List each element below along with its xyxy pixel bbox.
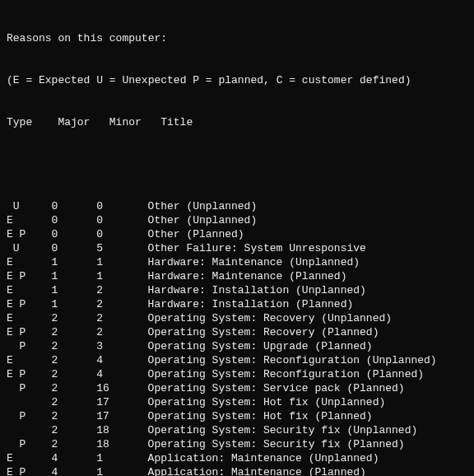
col-header-type: Type bbox=[7, 115, 58, 129]
cell-minor: 4 bbox=[96, 353, 147, 367]
cell-minor: 0 bbox=[96, 213, 147, 227]
cell-major: 2 bbox=[52, 437, 97, 451]
cell-title: Hardware: Installation (Planned) bbox=[148, 297, 354, 311]
table-row: E P 0 0 Other (Planned) bbox=[7, 227, 467, 241]
cell-major: 0 bbox=[52, 241, 97, 255]
cell-major: 0 bbox=[52, 199, 97, 213]
cell-major: 4 bbox=[52, 465, 97, 476]
cell-major: 1 bbox=[52, 255, 97, 269]
table-row: P 2 16 Operating System: Service pack (P… bbox=[7, 381, 467, 395]
cell-minor: 1 bbox=[96, 451, 147, 465]
cell-major: 0 bbox=[52, 227, 97, 241]
cell-major: 2 bbox=[52, 353, 97, 367]
cell-minor: 18 bbox=[96, 423, 147, 437]
cell-minor: 17 bbox=[96, 409, 147, 423]
cell-major: 0 bbox=[52, 213, 97, 227]
cell-type: P bbox=[7, 409, 52, 423]
cell-title: Hardware: Installation (Unplanned) bbox=[148, 283, 366, 297]
cell-minor: 1 bbox=[96, 255, 147, 269]
cell-major: 1 bbox=[52, 283, 97, 297]
cell-minor: 2 bbox=[96, 311, 147, 325]
cell-title: Operating System: Security fix (Planned) bbox=[148, 437, 405, 451]
cell-title: Hardware: Maintenance (Unplanned) bbox=[148, 255, 360, 269]
cell-title: Other Failure: System Unresponsive bbox=[148, 241, 366, 255]
table-row: E 2 4 Operating System: Reconfiguration … bbox=[7, 353, 467, 367]
cell-type: U bbox=[7, 241, 52, 255]
cell-type: E P bbox=[7, 465, 52, 476]
cell-title: Other (Unplanned) bbox=[148, 199, 258, 213]
table-body: U 0 0 Other (Unplanned)E 0 0 Other (Unpl… bbox=[7, 199, 467, 476]
terminal-output: Reasons on this computer: (E = Expected … bbox=[0, 0, 474, 476]
cell-title: Application: Maintenance (Unplanned) bbox=[148, 451, 379, 465]
cell-minor: 0 bbox=[96, 227, 147, 241]
cell-type bbox=[7, 395, 52, 409]
table-row: 2 17 Operating System: Hot fix (Unplanne… bbox=[7, 395, 467, 409]
cell-title: Operating System: Hot fix (Unplanned) bbox=[148, 395, 386, 409]
table-row: E 1 1 Hardware: Maintenance (Unplanned) bbox=[7, 255, 467, 269]
table-row: E 0 0 Other (Unplanned) bbox=[7, 213, 467, 227]
cell-title: Operating System: Recovery (Planned) bbox=[148, 325, 379, 339]
cell-major: 1 bbox=[52, 269, 97, 283]
cell-minor: 17 bbox=[96, 395, 147, 409]
table-row: E P 2 2 Operating System: Recovery (Plan… bbox=[7, 325, 467, 339]
cell-major: 2 bbox=[52, 339, 97, 353]
cell-type: E bbox=[7, 213, 52, 227]
cell-type: E P bbox=[7, 297, 52, 311]
cell-major: 2 bbox=[52, 381, 97, 395]
cell-major: 2 bbox=[52, 423, 97, 437]
cell-title: Other (Planned) bbox=[148, 227, 244, 241]
table-row: E 2 2 Operating System: Recovery (Unplan… bbox=[7, 311, 467, 325]
cell-minor: 16 bbox=[96, 381, 147, 395]
cell-title: Operating System: Recovery (Unplanned) bbox=[148, 311, 392, 325]
cell-minor: 3 bbox=[96, 339, 147, 353]
cell-type: U bbox=[7, 199, 52, 213]
table-row: E P 1 2 Hardware: Installation (Planned) bbox=[7, 297, 467, 311]
cell-type: E P bbox=[7, 227, 52, 241]
cell-title: Other (Unplanned) bbox=[148, 213, 258, 227]
table-row: U 0 5 Other Failure: System Unresponsive bbox=[7, 241, 467, 255]
cell-type: E P bbox=[7, 269, 52, 283]
cell-minor: 5 bbox=[96, 241, 147, 255]
col-header-title: Title bbox=[160, 115, 193, 129]
cell-title: Operating System: Security fix (Unplanne… bbox=[148, 423, 418, 437]
table-row: 2 18 Operating System: Security fix (Unp… bbox=[7, 423, 467, 437]
cell-title: Application: Maintenance (Planned) bbox=[148, 465, 366, 476]
cell-type: E bbox=[7, 311, 52, 325]
cell-title: Operating System: Hot fix (Planned) bbox=[148, 409, 373, 423]
cell-minor: 2 bbox=[96, 325, 147, 339]
cell-type: P bbox=[7, 381, 52, 395]
cell-title: Operating System: Reconfiguration (Plann… bbox=[148, 367, 424, 381]
cell-title: Hardware: Maintenance (Planned) bbox=[148, 269, 347, 283]
table-row: P 2 3 Operating System: Upgrade (Planned… bbox=[7, 339, 467, 353]
header-line-2: (E = Expected U = Unexpected P = planned… bbox=[7, 73, 467, 87]
cell-major: 2 bbox=[52, 367, 97, 381]
cell-type: E bbox=[7, 353, 52, 367]
cell-major: 1 bbox=[52, 297, 97, 311]
cell-type: E P bbox=[7, 325, 52, 339]
cell-minor: 0 bbox=[96, 199, 147, 213]
table-row: E P 2 4 Operating System: Reconfiguratio… bbox=[7, 367, 467, 381]
table-row: E P 1 1 Hardware: Maintenance (Planned) bbox=[7, 269, 467, 283]
header-line-1: Reasons on this computer: bbox=[7, 31, 467, 45]
table-row: P 2 18 Operating System: Security fix (P… bbox=[7, 437, 467, 451]
cell-type: P bbox=[7, 339, 52, 353]
col-header-major: Major bbox=[58, 115, 109, 129]
table-row: P 2 17 Operating System: Hot fix (Planne… bbox=[7, 409, 467, 423]
table-row: E P 4 1 Application: Maintenance (Planne… bbox=[7, 465, 467, 476]
cell-major: 2 bbox=[52, 311, 97, 325]
table-row: E 1 2 Hardware: Installation (Unplanned) bbox=[7, 283, 467, 297]
cell-type: E bbox=[7, 283, 52, 297]
cell-title: Operating System: Service pack (Planned) bbox=[148, 381, 405, 395]
cell-minor: 1 bbox=[96, 269, 147, 283]
column-headers: TypeMajorMinorTitle bbox=[7, 115, 467, 129]
cell-minor: 1 bbox=[96, 465, 147, 476]
cell-minor: 2 bbox=[96, 297, 147, 311]
cell-minor: 18 bbox=[96, 437, 147, 451]
cell-type bbox=[7, 423, 52, 437]
cell-minor: 4 bbox=[96, 367, 147, 381]
cell-title: Operating System: Reconfiguration (Unpla… bbox=[148, 353, 437, 367]
table-row: E 4 1 Application: Maintenance (Unplanne… bbox=[7, 451, 467, 465]
cell-type: E P bbox=[7, 367, 52, 381]
cell-major: 2 bbox=[52, 395, 97, 409]
cell-title: Operating System: Upgrade (Planned) bbox=[148, 339, 373, 353]
